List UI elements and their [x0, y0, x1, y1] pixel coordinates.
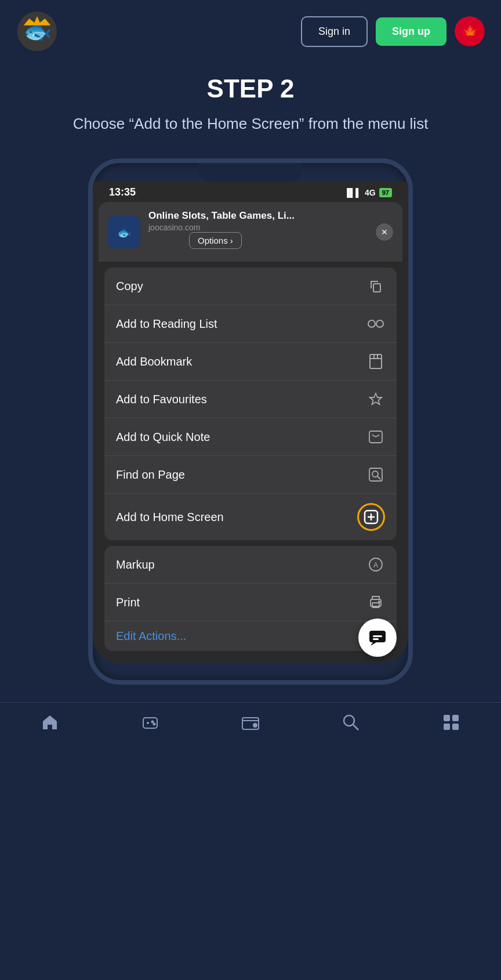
phone-mockup: 13:35 ▐▌▌ 4G 97 🐟	[88, 158, 413, 685]
site-url: joocasino.com	[148, 223, 368, 232]
svg-point-39	[344, 715, 354, 726]
phone-notch	[198, 163, 303, 182]
share-sheet: 🐟 Online Slots, Table Games, Li... jooca…	[99, 202, 402, 651]
phone-screen: 13:35 ▐▌▌ 4G 97 🐟	[93, 182, 408, 663]
nav-search[interactable]	[342, 713, 360, 732]
status-icons: ▐▌▌ 4G 97	[344, 188, 392, 197]
status-time: 13:35	[109, 186, 136, 198]
signal-icon: ▐▌▌	[344, 188, 361, 197]
menu-item-home-screen[interactable]: Add to Home Screen	[104, 494, 397, 540]
svg-text:🐟: 🐟	[117, 226, 132, 240]
header-actions: Sign in Sign up 🍁	[301, 16, 485, 47]
menu-item-print[interactable]: Print	[104, 584, 397, 621]
header: 🐟 Sign in Sign up 🍁	[0, 0, 501, 63]
svg-point-18	[372, 471, 378, 477]
menu-item-copy[interactable]: Copy	[104, 267, 397, 305]
menu-item-reading-list[interactable]: Add to Reading List	[104, 305, 397, 343]
step-content: STEP 2 Choose “Add to the Home Screen” f…	[0, 63, 501, 153]
svg-line-19	[377, 476, 380, 479]
menu-item-favourites[interactable]: Add to Favourites	[104, 381, 397, 418]
flag-icon[interactable]: 🍁	[455, 16, 485, 46]
menu-item-find[interactable]: Find on Page	[104, 456, 397, 494]
network-label: 4G	[365, 188, 376, 197]
markup-icon: A	[366, 555, 385, 574]
menu-item-markup[interactable]: Markup A	[104, 546, 397, 584]
favourites-icon	[366, 390, 385, 408]
svg-rect-11	[370, 355, 382, 368]
svg-rect-44	[452, 724, 459, 730]
nav-wallet[interactable]	[241, 713, 260, 732]
menu-item-bookmark[interactable]: Add Bookmark	[104, 343, 397, 381]
svg-point-35	[152, 721, 154, 723]
svg-point-10	[376, 320, 383, 327]
step-title: STEP 2	[23, 74, 478, 103]
signin-button[interactable]: Sign in	[301, 16, 368, 47]
site-icon: 🐟	[108, 216, 140, 248]
svg-text:🍁: 🍁	[462, 24, 478, 39]
nav-games[interactable]	[141, 713, 159, 732]
bottom-nav	[0, 702, 501, 737]
options-button[interactable]: Options ›	[189, 232, 242, 249]
quick-note-icon	[366, 428, 385, 446]
svg-line-40	[353, 725, 358, 730]
print-icon	[366, 593, 385, 612]
svg-rect-42	[452, 715, 459, 721]
find-icon	[366, 465, 385, 484]
edit-actions[interactable]: Edit Actions...	[104, 621, 397, 651]
signup-button[interactable]: Sign up	[376, 17, 446, 46]
menu-item-quick-note[interactable]: Add to Quick Note	[104, 418, 397, 456]
reading-list-icon	[366, 314, 385, 333]
svg-marker-15	[370, 393, 382, 404]
logo: 🐟	[16, 10, 58, 52]
svg-point-9	[368, 320, 375, 327]
website-preview: 🐟 Online Slots, Table Games, Li... jooca…	[99, 202, 402, 262]
step-description: Choose “Add to the Home Screen” from the…	[53, 113, 448, 135]
svg-rect-31	[373, 638, 379, 640]
menu-section-2: Markup A Print	[104, 546, 397, 651]
status-bar: 13:35 ▐▌▌ 4G 97	[93, 182, 408, 202]
nav-home[interactable]	[41, 713, 59, 732]
site-info: Online Slots, Table Games, Li... joocasi…	[148, 210, 368, 254]
svg-point-38	[253, 724, 257, 727]
svg-rect-8	[373, 284, 380, 292]
svg-rect-41	[444, 715, 450, 721]
svg-text:A: A	[373, 561, 378, 569]
svg-point-27	[379, 601, 380, 602]
copy-icon	[366, 277, 385, 295]
chat-button[interactable]	[358, 619, 397, 657]
add-home-screen-icon	[357, 503, 385, 531]
svg-rect-43	[444, 724, 450, 730]
close-button[interactable]: ✕	[376, 223, 393, 241]
svg-rect-30	[373, 635, 382, 637]
phone-frame: 13:35 ▐▌▌ 4G 97 🐟	[88, 158, 413, 685]
menu-section-1: Copy Add to Reading List	[104, 267, 397, 540]
svg-marker-29	[371, 642, 376, 646]
site-title: Online Slots, Table Games, Li...	[148, 210, 368, 222]
nav-more[interactable]	[442, 713, 460, 732]
svg-point-36	[154, 724, 155, 725]
bookmark-icon	[366, 352, 385, 371]
battery-badge: 97	[379, 188, 392, 197]
